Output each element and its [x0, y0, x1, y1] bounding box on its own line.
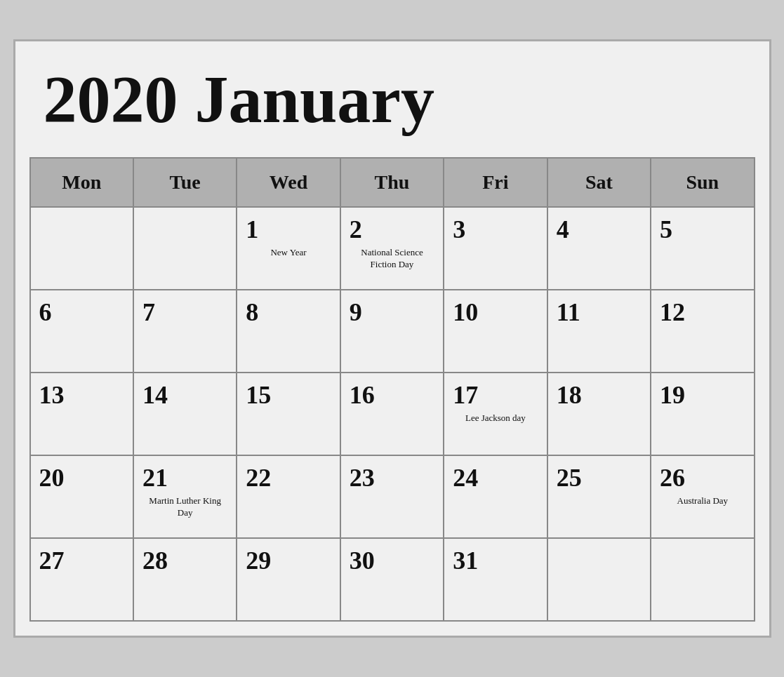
- day-cell[interactable]: 27: [31, 539, 134, 622]
- day-cell[interactable]: 30: [341, 539, 444, 622]
- day-cell[interactable]: 19: [651, 373, 755, 456]
- day-number: 17: [453, 380, 538, 410]
- day-cell[interactable]: 3: [444, 208, 547, 290]
- day-cell[interactable]: 22: [237, 456, 340, 539]
- day-cell[interactable]: 10: [444, 290, 547, 373]
- day-cell[interactable]: 7: [134, 290, 237, 373]
- day-number: 16: [350, 380, 434, 410]
- day-cell[interactable]: 25: [548, 456, 651, 539]
- day-header-mon: Mon: [31, 159, 134, 208]
- day-cell[interactable]: 16: [341, 373, 444, 456]
- day-cell[interactable]: 20: [31, 456, 134, 539]
- day-header-wed: Wed: [237, 159, 340, 208]
- day-cell[interactable]: 24: [444, 456, 547, 539]
- day-number: 19: [660, 380, 745, 410]
- day-cell[interactable]: 14: [134, 373, 237, 456]
- day-number: 4: [557, 215, 642, 244]
- day-header-thu: Thu: [341, 159, 444, 208]
- day-event: Lee Jackson day: [453, 413, 538, 424]
- day-number: 2: [350, 215, 434, 244]
- day-number: 22: [246, 463, 331, 492]
- day-number: 9: [350, 297, 434, 327]
- day-cell[interactable]: [651, 539, 755, 622]
- day-cell[interactable]: 2National Science Fiction Day: [341, 208, 444, 290]
- day-number: 26: [660, 463, 745, 492]
- day-number: 13: [39, 380, 124, 410]
- day-number: 20: [39, 463, 124, 492]
- day-header-sun: Sun: [651, 159, 755, 208]
- day-number: 29: [246, 546, 331, 575]
- day-cell[interactable]: 8: [237, 290, 340, 373]
- day-cell[interactable]: 1New Year: [237, 208, 340, 290]
- day-number: 14: [142, 380, 227, 410]
- day-number: 23: [350, 463, 434, 492]
- day-cell[interactable]: 28: [134, 539, 237, 622]
- day-number: 27: [39, 546, 124, 575]
- day-cell[interactable]: 9: [341, 290, 444, 373]
- calendar-grid: MonTueWedThuFriSatSun1New Year2National …: [29, 157, 755, 622]
- day-cell[interactable]: 29: [237, 539, 340, 622]
- day-event: Martin Luther King Day: [142, 495, 227, 519]
- day-number: 25: [557, 463, 642, 492]
- day-number: 5: [660, 215, 745, 244]
- day-event: Australia Day: [660, 495, 745, 507]
- day-number: 28: [142, 546, 227, 575]
- calendar-container: 2020 January MonTueWedThuFriSatSun1New Y…: [13, 39, 771, 638]
- day-cell[interactable]: 5: [651, 208, 755, 290]
- day-number: 11: [557, 297, 642, 327]
- day-number: 15: [246, 380, 331, 410]
- day-cell[interactable]: [134, 208, 237, 290]
- day-number: 31: [453, 546, 538, 575]
- day-cell[interactable]: 11: [548, 290, 651, 373]
- day-number: 7: [142, 297, 227, 327]
- day-cell[interactable]: 17Lee Jackson day: [444, 373, 547, 456]
- day-number: 30: [350, 546, 434, 575]
- day-cell[interactable]: [31, 208, 134, 290]
- day-number: 18: [557, 380, 642, 410]
- day-cell[interactable]: 15: [237, 373, 340, 456]
- day-number: 21: [142, 463, 227, 492]
- day-number: 6: [39, 297, 124, 327]
- day-cell[interactable]: 4: [548, 208, 651, 290]
- day-cell[interactable]: 31: [444, 539, 547, 622]
- day-number: 10: [453, 297, 538, 327]
- day-cell[interactable]: [548, 539, 651, 622]
- day-header-tue: Tue: [134, 159, 237, 208]
- calendar-title: 2020 January: [29, 55, 755, 158]
- day-event: New Year: [246, 247, 331, 259]
- day-header-sat: Sat: [548, 159, 651, 208]
- day-number: 8: [246, 297, 331, 327]
- day-cell[interactable]: 21Martin Luther King Day: [134, 456, 237, 539]
- day-cell[interactable]: 6: [31, 290, 134, 373]
- day-cell[interactable]: 13: [31, 373, 134, 456]
- day-number: 12: [660, 297, 745, 327]
- day-cell[interactable]: 18: [548, 373, 651, 456]
- day-cell[interactable]: 26Australia Day: [651, 456, 755, 539]
- day-number: 24: [453, 463, 538, 492]
- day-cell[interactable]: 12: [651, 290, 755, 373]
- day-number: 1: [246, 215, 331, 244]
- day-event: National Science Fiction Day: [350, 247, 434, 271]
- day-cell[interactable]: 23: [341, 456, 444, 539]
- day-header-fri: Fri: [444, 159, 547, 208]
- day-number: 3: [453, 215, 538, 244]
